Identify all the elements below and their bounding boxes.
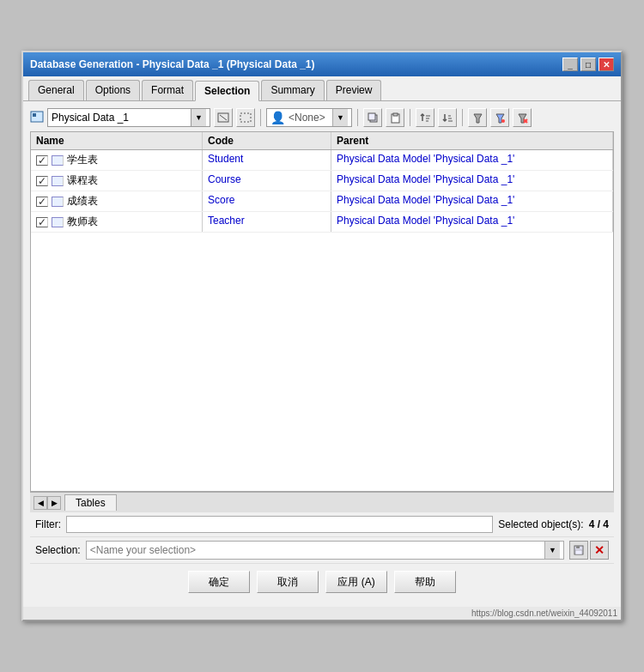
row-4-name: ✓ 教师表 — [31, 212, 203, 232]
filter-row: Filter: Selected object(s): 4 / 4 — [30, 512, 614, 537]
row-1-table-icon — [52, 155, 64, 166]
row-2-name-text: 课程表 — [67, 173, 98, 188]
model-dropdown-value: Physical Data _1 — [52, 112, 191, 124]
row-2-table-icon — [52, 176, 64, 186]
toolbar-btn-copy[interactable] — [363, 108, 382, 127]
nav-arrow-left[interactable]: ◀ — [33, 496, 47, 510]
svg-rect-24 — [576, 546, 580, 548]
tab-general[interactable]: General — [28, 80, 84, 100]
header-name: Name — [31, 132, 203, 149]
model-dropdown[interactable]: Physical Data _1 ▼ — [47, 108, 210, 127]
tab-selection[interactable]: Selection — [195, 81, 259, 101]
row-2-checkbox[interactable]: ✓ — [36, 176, 48, 186]
close-button[interactable]: ✕ — [598, 58, 614, 71]
toolbar-btn-paste[interactable] — [386, 108, 404, 127]
table-row[interactable]: ✓ 教师表 Teacher Physical Data Model 'Physi… — [31, 212, 613, 233]
separator-3 — [410, 109, 410, 126]
svg-rect-25 — [575, 550, 582, 554]
action-bar: 确定 取消 应用 (A) 帮助 — [30, 564, 614, 600]
header-code: Code — [203, 132, 331, 149]
selected-count: 4 / 4 — [589, 518, 609, 530]
watermark: https://blog.csdn.net/weixin_44092011 — [23, 607, 621, 620]
row-3-table-icon — [52, 197, 64, 207]
row-2-parent: Physical Data Model 'Physical Data _1' — [331, 171, 613, 191]
toolbar-btn-col-asc[interactable] — [416, 108, 434, 127]
row-1-code: Student — [203, 150, 331, 170]
row-1-name-text: 学生表 — [67, 153, 98, 167]
user-dropdown-value: <None> — [289, 112, 329, 124]
cancel-button[interactable]: 取消 — [257, 571, 319, 593]
svg-rect-1 — [33, 113, 36, 117]
selection-row: Selection: ▼ ✕ — [30, 537, 614, 564]
maximize-button[interactable]: □ — [580, 58, 596, 71]
nav-arrow-right[interactable]: ▶ — [47, 496, 61, 510]
svg-marker-17 — [474, 114, 482, 123]
row-3-name: ✓ 成绩表 — [31, 191, 203, 211]
filter-label: Filter: — [35, 518, 61, 530]
table-area: Name Code Parent ✓ 学生表 Student Physical … — [30, 131, 614, 492]
toolbar-btn-deselect[interactable] — [236, 108, 255, 127]
tabs-bar: General Options Format Selection Summary… — [23, 76, 621, 101]
row-4-parent: Physical Data Model 'Physical Data _1' — [331, 212, 613, 232]
selection-clear-btn[interactable]: ✕ — [590, 541, 609, 560]
user-dropdown-arrow[interactable]: ▼ — [332, 109, 348, 126]
tab-content: Physical Data _1 ▼ 👤 <None> ▼ — [23, 101, 621, 607]
header-parent: Parent — [331, 132, 613, 149]
toolbar-btn-filter[interactable] — [468, 108, 487, 127]
bottom-tab-tables[interactable]: Tables — [64, 494, 117, 511]
toolbar-btn-filter-active[interactable] — [490, 108, 509, 127]
row-3-code: Score — [203, 191, 331, 211]
toolbar-btn-select-all[interactable] — [214, 108, 233, 127]
selected-label: Selected object(s): — [498, 518, 583, 530]
minimize-button[interactable]: _ — [562, 58, 578, 71]
selection-label: Selection: — [35, 544, 81, 556]
table-row[interactable]: ✓ 成绩表 Score Physical Data Model 'Physica… — [31, 191, 613, 212]
selection-dropdown-btn[interactable]: ▼ — [544, 542, 560, 559]
model-dropdown-arrow[interactable]: ▼ — [191, 109, 206, 126]
table-row[interactable]: ✓ 学生表 Student Physical Data Model 'Physi… — [31, 150, 613, 171]
title-bar-buttons: _ □ ✕ — [562, 58, 614, 71]
tab-format[interactable]: Format — [142, 80, 193, 100]
row-3-parent: Physical Data Model 'Physical Data _1' — [331, 191, 613, 211]
separator-2 — [357, 109, 358, 126]
selection-save-btn[interactable] — [569, 541, 588, 560]
tab-options[interactable]: Options — [86, 80, 140, 100]
bottom-tabs: ◀ ▶ Tables — [30, 492, 614, 512]
row-1-parent: Physical Data Model 'Physical Data _1' — [331, 150, 613, 170]
svg-rect-8 — [393, 113, 398, 116]
user-icon: 👤 — [270, 111, 285, 124]
row-4-name-text: 教师表 — [67, 215, 98, 229]
row-1-name: ✓ 学生表 — [31, 150, 203, 170]
selection-side-buttons: ✕ — [569, 541, 609, 560]
row-4-code: Teacher — [203, 212, 331, 232]
table-header: Name Code Parent — [31, 132, 613, 150]
row-3-checkbox[interactable]: ✓ — [36, 197, 48, 207]
selection-name-input[interactable] — [90, 544, 544, 556]
toolbar-row: Physical Data _1 ▼ 👤 <None> ▼ — [30, 108, 614, 127]
title-bar: Database Generation - Physical Data _1 (… — [23, 52, 621, 76]
tab-summary[interactable]: Summary — [261, 80, 324, 100]
toolbar-btn-filter-clear[interactable] — [513, 108, 532, 127]
apply-button[interactable]: 应用 (A) — [325, 571, 387, 593]
row-4-checkbox[interactable]: ✓ — [36, 217, 48, 227]
svg-rect-4 — [240, 113, 251, 122]
row-2-name: ✓ 课程表 — [31, 171, 203, 191]
svg-point-19 — [501, 119, 505, 123]
toolbar-btn-col-desc[interactable] — [438, 108, 457, 127]
selection-input-wrap: ▼ — [86, 541, 564, 560]
tab-preview[interactable]: Preview — [326, 80, 382, 100]
svg-rect-6 — [368, 113, 375, 120]
model-icon — [30, 111, 44, 125]
window-title: Database Generation - Physical Data _1 (… — [30, 58, 314, 70]
svg-line-3 — [220, 115, 227, 120]
main-window: Database Generation - Physical Data _1 (… — [21, 51, 623, 621]
table-row[interactable]: ✓ 课程表 Course Physical Data Model 'Physic… — [31, 171, 613, 191]
filter-input[interactable] — [66, 516, 493, 533]
row-2-code: Course — [203, 171, 331, 191]
row-1-checkbox[interactable]: ✓ — [36, 155, 48, 166]
separator-1 — [260, 109, 261, 126]
user-dropdown[interactable]: 👤 <None> ▼ — [266, 108, 352, 127]
separator-4 — [462, 109, 463, 126]
confirm-button[interactable]: 确定 — [188, 571, 250, 593]
help-button[interactable]: 帮助 — [394, 571, 456, 593]
